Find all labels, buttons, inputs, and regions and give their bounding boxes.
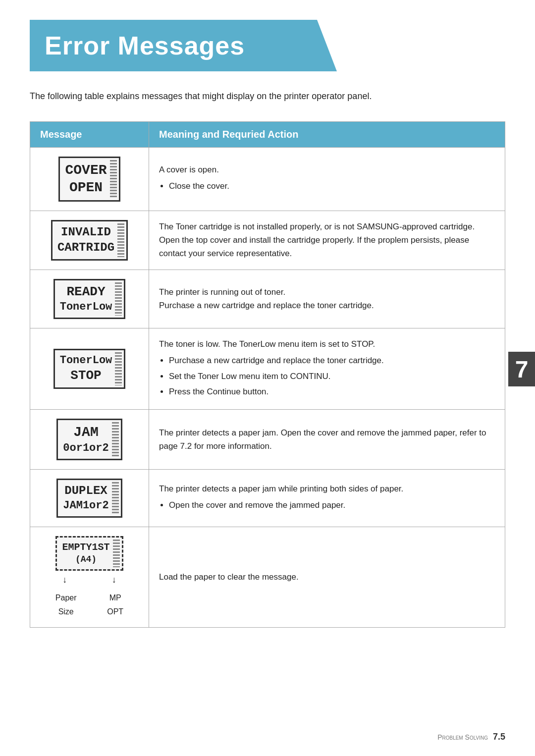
page-wrapper: Error Messages The following table expla… xyxy=(0,0,535,756)
meaning-text: A cover is open. xyxy=(159,165,219,174)
msg-cell-empty: EMPTY1ST (A4) ↓ ↓ Paper xyxy=(30,527,149,628)
paper-labels: Paper Size MP OPT xyxy=(40,592,139,618)
meaning-text: The printer detects a paper jam. Open th… xyxy=(159,428,486,451)
opt-label: OPT xyxy=(107,605,123,618)
msg-cell-tonerlow-stop: TonerLow STOP xyxy=(30,328,149,410)
error-table: Message Meaning and Requried Action COVE… xyxy=(30,121,505,628)
lcd-display-tonerlow-stop: TonerLow STOP xyxy=(54,349,126,389)
meaning-cell-empty: Load the paper to clear the message. xyxy=(149,527,505,628)
lcd-line2: (A4) xyxy=(62,554,109,565)
bullet-list: Purchase a new cartridge and replace the… xyxy=(169,354,495,398)
arrows-row: ↓ ↓ xyxy=(40,573,139,587)
bullet-list: Open the cover and remove the jammed pap… xyxy=(169,498,495,512)
meaning-text: The printer is running out of toner.Purc… xyxy=(159,287,374,310)
lcd-line1: COVER xyxy=(65,162,107,179)
header-banner: Error Messages xyxy=(30,20,317,71)
table-row: INVALID CARTRIDG The Toner cartridge is … xyxy=(30,211,505,270)
lcd-pixel-strip xyxy=(117,223,124,257)
lcd-line1: JAM xyxy=(63,424,108,441)
meaning-cell-invalid-cartridge: The Toner cartridge is not installed pro… xyxy=(149,211,505,270)
size-label: Size xyxy=(58,605,74,618)
msg-cell-ready-tonlow: READY TonerLow xyxy=(30,270,149,328)
lcd-display-empty: EMPTY1ST (A4) xyxy=(55,536,123,571)
lcd-pixel-strip xyxy=(115,352,122,386)
table-row: DUPLEX JAM1or2 The printer detects a pap… xyxy=(30,469,505,527)
mp-label: MP xyxy=(109,592,121,604)
bullet-list: Close the cover. xyxy=(169,179,495,193)
lcd-pixel-strip xyxy=(115,282,122,316)
meaning-cell-ready-tonerlow: The printer is running out of toner.Purc… xyxy=(149,270,505,328)
table-row: COVER OPEN A cover is open. Close the co… xyxy=(30,147,505,211)
lcd-pixel-strip xyxy=(112,482,119,514)
meaning-text: The printer detects a paper jam while pr… xyxy=(159,484,403,493)
table-row: TonerLow STOP The toner is low. The Tone… xyxy=(30,328,505,410)
lcd-line2: STOP xyxy=(60,368,112,383)
down-arrow-right: ↓ xyxy=(112,573,116,587)
footer-page: 7.5 xyxy=(493,732,505,742)
lcd-line2: OPEN xyxy=(65,179,107,196)
meaning-cell-tonerlow-stop: The toner is low. The TonerLow menu item… xyxy=(149,328,505,410)
bullet-item: Set the Toner Low menu item to CONTINU. xyxy=(169,370,495,383)
lcd-display-duplex: DUPLEX JAM1or2 xyxy=(56,479,122,518)
meaning-text: The toner is low. The TonerLow menu item… xyxy=(159,339,375,349)
bullet-item: Purchase a new cartridge and replace the… xyxy=(169,354,495,367)
msg-cell-duplex-jam: DUPLEX JAM1or2 xyxy=(30,469,149,527)
lcd-pixel-strip xyxy=(112,422,119,457)
lcd-line1: EMPTY1ST xyxy=(62,541,109,553)
lcd-pixel-strip xyxy=(113,540,120,567)
bullet-item: Open the cover and remove the jammed pap… xyxy=(169,498,495,512)
lcd-line1: DUPLEX xyxy=(63,484,108,498)
table-row: JAM 0or1or2 The printer detects a paper … xyxy=(30,409,505,469)
lcd-line2: TonerLow xyxy=(60,301,112,314)
lcd-line2: CARTRIDG xyxy=(57,241,114,255)
col-header-meaning: Meaning and Requried Action xyxy=(149,121,505,147)
bullet-item: Close the cover. xyxy=(169,179,495,193)
meaning-cell-jam: The printer detects a paper jam. Open th… xyxy=(149,409,505,469)
lcd-display-cover-open: COVER OPEN xyxy=(58,157,120,202)
lcd-line2: 0or1or2 xyxy=(63,442,108,455)
lcd-display-jam: JAM 0or1or2 xyxy=(56,419,122,460)
footer: Problem Solving 7.5 xyxy=(437,732,505,742)
lcd-line2: JAM1or2 xyxy=(63,499,108,512)
meaning-cell-duplex-jam: The printer detects a paper jam while pr… xyxy=(149,469,505,527)
paper-col: Paper Size xyxy=(55,592,77,618)
msg-cell-invalid-cartridge: INVALID CARTRIDG xyxy=(30,211,149,270)
meaning-text: Load the paper to clear the message. xyxy=(159,572,299,582)
mp-col: MP OPT xyxy=(107,592,123,618)
lcd-pixel-strip xyxy=(110,160,117,198)
col-header-message: Message xyxy=(30,121,149,147)
intro-text: The following table explains messages th… xyxy=(30,89,505,104)
paper-label: Paper xyxy=(55,592,77,604)
msg-cell-cover-open: COVER OPEN xyxy=(30,147,149,211)
lcd-line1: READY xyxy=(60,284,112,300)
msg-cell-jam: JAM 0or1or2 xyxy=(30,409,149,469)
lcd-display-ready: READY TonerLow xyxy=(54,279,126,320)
meaning-text: The Toner cartridge is not installed pro… xyxy=(159,222,475,258)
chapter-tab: 7 xyxy=(508,352,535,386)
lcd-line1: TonerLow xyxy=(60,354,112,367)
footer-label: Problem Solving xyxy=(437,733,488,741)
bullet-item: Press the Continue button. xyxy=(169,385,495,398)
table-row: EMPTY1ST (A4) ↓ ↓ Paper xyxy=(30,527,505,628)
down-arrow-left: ↓ xyxy=(62,573,67,587)
lcd-display-invalid: INVALID CARTRIDG xyxy=(51,220,128,261)
lcd-line1: INVALID xyxy=(57,225,114,240)
meaning-cell-cover-open: A cover is open. Close the cover. xyxy=(149,147,505,211)
table-row: READY TonerLow The printer is running ou… xyxy=(30,270,505,328)
page-title: Error Messages xyxy=(45,31,245,60)
empty-display-wrapper: EMPTY1ST (A4) xyxy=(55,536,123,571)
